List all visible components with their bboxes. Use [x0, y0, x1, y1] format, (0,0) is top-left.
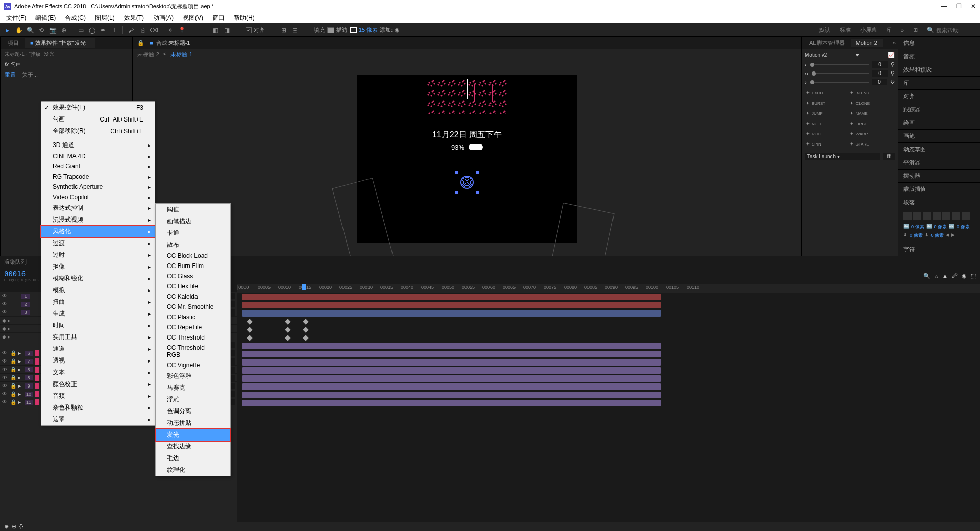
- orbit-tool[interactable]: ⟲: [37, 26, 46, 35]
- eye-icon[interactable]: 👁: [2, 383, 8, 389]
- delete-button[interactable]: 🗑: [883, 153, 895, 160]
- panel-1[interactable]: 音频: [898, 50, 980, 63]
- maximize-button[interactable]: ❐: [956, 3, 962, 10]
- keyframe[interactable]: [303, 319, 308, 324]
- panel-3[interactable]: 库: [898, 77, 980, 90]
- cm-group-9[interactable]: 过渡: [41, 237, 155, 249]
- cm-group-8[interactable]: 风格化: [41, 226, 155, 237]
- cm-group-15[interactable]: 生成: [41, 308, 155, 320]
- close-button[interactable]: ✕: [971, 3, 976, 10]
- cm-group-23[interactable]: 杂色和颗粒: [41, 402, 155, 414]
- layer-color[interactable]: [35, 350, 39, 356]
- cm2-item-7[interactable]: CC HexTile: [156, 281, 230, 292]
- cm2-item-17[interactable]: 浮雕: [156, 394, 230, 405]
- eraser-tool[interactable]: ⌫: [149, 26, 158, 35]
- selection-tool[interactable]: ▸: [3, 26, 12, 35]
- zoom-tool[interactable]: 🔍: [26, 26, 35, 35]
- align-btn-4[interactable]: [942, 212, 950, 220]
- stroke-label[interactable]: 描边: [336, 26, 348, 34]
- motion-rope[interactable]: ROPE: [805, 129, 848, 138]
- tl-tool1[interactable]: 🔍: [923, 273, 930, 279]
- track-bar[interactable]: [242, 294, 661, 300]
- motion-blend[interactable]: BLEND: [849, 88, 892, 98]
- align-btn-0[interactable]: [903, 212, 912, 220]
- panel-0[interactable]: 信息: [898, 37, 980, 50]
- align-btn-5[interactable]: [952, 212, 960, 220]
- slider-2[interactable]: [812, 73, 869, 74]
- cm-group-0[interactable]: 3D 通道: [41, 139, 155, 151]
- eye-icon[interactable]: 👁: [2, 350, 8, 356]
- motion-null[interactable]: NULL: [805, 119, 848, 128]
- fill-swatch[interactable]: [327, 27, 334, 33]
- menu-help[interactable]: 帮助(H): [230, 13, 259, 23]
- about-link[interactable]: 关于...: [22, 71, 38, 79]
- motion-graph-icon[interactable]: 📈: [888, 52, 895, 58]
- tl-tool3[interactable]: ▲: [942, 273, 948, 279]
- motion-stare[interactable]: STARE: [849, 139, 892, 149]
- cm2-item-23[interactable]: 纹理化: [156, 464, 230, 476]
- keyframe[interactable]: [247, 319, 252, 324]
- keyframe[interactable]: [285, 327, 290, 332]
- workspace-library[interactable]: 库: [886, 26, 892, 34]
- fill-label[interactable]: 填充: [314, 26, 325, 34]
- workspace-more[interactable]: »: [901, 27, 904, 33]
- add-label[interactable]: 添加:: [380, 26, 393, 34]
- puppet-tool[interactable]: 📍: [177, 26, 186, 35]
- lock-icon[interactable]: 🔒: [10, 391, 16, 397]
- anchor-icon[interactable]: ⟱: [890, 79, 895, 85]
- tl-toggle1[interactable]: ⊕: [4, 523, 9, 530]
- breadcrumb-2[interactable]: 未标题-1: [170, 51, 192, 58]
- cm2-item-0[interactable]: 阈值: [156, 204, 230, 215]
- selection-box[interactable]: [474, 84, 493, 102]
- tl-tool2[interactable]: ஃ: [935, 273, 938, 279]
- menu-edit[interactable]: 编辑(E): [31, 13, 60, 23]
- cm2-item-12[interactable]: CC Threshold: [156, 332, 230, 343]
- cm2-item-19[interactable]: 动态拼贴: [156, 417, 230, 429]
- lock-icon[interactable]: 🔒: [10, 399, 16, 405]
- composition-viewer[interactable]: 11月22日 周五下午 93%: [133, 60, 801, 257]
- layer-color[interactable]: [35, 358, 39, 365]
- clone-tool[interactable]: ⎘: [138, 26, 147, 35]
- keyframe[interactable]: [285, 319, 290, 324]
- anchor-icon[interactable]: ⚲: [891, 70, 895, 77]
- slider-2-val[interactable]: 0: [872, 70, 888, 77]
- snap-checkbox[interactable]: ✓: [246, 27, 252, 33]
- timecode[interactable]: 00016: [4, 270, 39, 278]
- motion-excite[interactable]: EXCITE: [805, 88, 848, 98]
- panel-5[interactable]: 跟踪器: [898, 103, 980, 116]
- eye-icon[interactable]: 👁: [2, 301, 8, 307]
- cm2-item-5[interactable]: CC Burn Film: [156, 261, 230, 271]
- stroke-width[interactable]: 15 像素: [359, 26, 378, 34]
- panel-8[interactable]: 动态草图: [898, 143, 980, 156]
- hand-tool[interactable]: ✋: [14, 26, 23, 35]
- cm-group-16[interactable]: 时间: [41, 320, 155, 331]
- task-launch-dropdown[interactable]: Task Launch ▾: [805, 153, 880, 160]
- panel-10[interactable]: 摆动器: [898, 170, 980, 183]
- cm2-item-11[interactable]: CC RepeTile: [156, 322, 230, 332]
- cm-group-13[interactable]: 模拟: [41, 284, 155, 296]
- cm-group-18[interactable]: 通道: [41, 343, 155, 355]
- menu-layer[interactable]: 图层(L): [91, 13, 119, 23]
- tl-toggle2[interactable]: ⊖: [12, 523, 16, 530]
- eye-icon[interactable]: 👁: [2, 391, 8, 397]
- layer-color[interactable]: [35, 391, 39, 397]
- workspace-default[interactable]: 默认: [819, 26, 830, 34]
- cm-group-6[interactable]: 表达式控制: [41, 202, 155, 214]
- ellipse-tool[interactable]: ◯: [87, 26, 96, 35]
- project-tab[interactable]: 项目: [3, 38, 24, 48]
- lock-icon[interactable]: 🔒: [10, 383, 16, 389]
- keyframe[interactable]: [285, 335, 290, 341]
- minimize-button[interactable]: —: [941, 3, 947, 10]
- eye-icon[interactable]: 👁: [2, 293, 8, 299]
- lock-icon[interactable]: 🔒: [10, 367, 16, 372]
- workspace-icon[interactable]: ⊞: [913, 27, 918, 33]
- tl-tool5[interactable]: ◉: [962, 273, 967, 279]
- panel-7[interactable]: 画笔: [898, 130, 980, 143]
- lock-icon[interactable]: 🔒: [10, 358, 16, 364]
- pan-behind-tool[interactable]: ⊕: [59, 26, 68, 35]
- motion-burst[interactable]: BURST: [805, 99, 848, 108]
- cm-group-5[interactable]: Video Copilot: [41, 192, 155, 202]
- motion-name[interactable]: NAME: [849, 109, 892, 118]
- track-bar[interactable]: [242, 359, 661, 366]
- layer-color[interactable]: [35, 383, 39, 389]
